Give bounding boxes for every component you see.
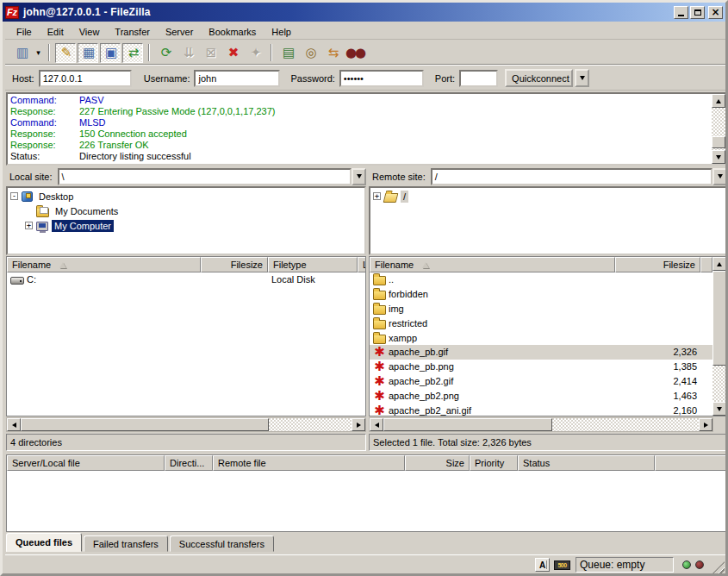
- file-size: 1,385: [615, 360, 700, 374]
- minimize-button[interactable]: [674, 6, 688, 19]
- tree-expander[interactable]: +: [373, 192, 381, 200]
- toggle-queue-button[interactable]: ⇄: [122, 43, 143, 63]
- compare-button[interactable]: ◎: [300, 43, 320, 63]
- remote-hscrollbar[interactable]: [369, 417, 713, 432]
- scroll-thumb[interactable]: [21, 418, 269, 431]
- file-row[interactable]: ..: [370, 272, 712, 287]
- scroll-left-button[interactable]: [7, 418, 21, 431]
- quickconnect-dropdown[interactable]: [575, 69, 589, 87]
- menu-item-view[interactable]: View: [72, 25, 108, 39]
- tree-expander[interactable]: -: [10, 192, 18, 200]
- toggle-remote-tree-button[interactable]: ▣: [100, 43, 121, 63]
- port-input[interactable]: [459, 70, 498, 87]
- tree-expander[interactable]: +: [25, 222, 33, 229]
- username-input[interactable]: [194, 70, 280, 87]
- refresh-button[interactable]: ⟳: [155, 43, 176, 63]
- sync-browsing-icon: ⇆: [328, 47, 338, 59]
- column-header-l[interactable]: L: [358, 257, 366, 272]
- site-manager-icon: ▥: [16, 47, 27, 59]
- scroll-down-button[interactable]: [712, 402, 726, 416]
- menu-item-edit[interactable]: Edit: [40, 25, 72, 39]
- local-hscrollbar[interactable]: [6, 417, 366, 432]
- tab-failed-transfers[interactable]: Failed transfers: [84, 535, 168, 552]
- transfer-type-icon[interactable]: A: [535, 558, 550, 572]
- local-site-dropdown[interactable]: [352, 168, 366, 185]
- chevron-down-icon: [357, 174, 362, 178]
- scroll-thumb[interactable]: [712, 136, 725, 148]
- column-header-filesize[interactable]: Filesize: [615, 257, 700, 272]
- column-header-priority[interactable]: Priority: [470, 455, 518, 471]
- scroll-down-button[interactable]: [712, 150, 725, 164]
- remote-vscrollbar[interactable]: [712, 257, 726, 416]
- column-header-remote-file[interactable]: Remote file: [213, 455, 405, 471]
- column-header-filename[interactable]: Filename: [7, 257, 201, 272]
- scroll-up-button[interactable]: [712, 94, 725, 108]
- menu-item-transfer[interactable]: Transfer: [107, 25, 158, 39]
- remote-site-dropdown[interactable]: [712, 168, 727, 185]
- file-row[interactable]: xampp: [370, 330, 712, 345]
- column-header-filesize[interactable]: Filesize: [201, 257, 268, 272]
- title-bar[interactable]: Fz john@127.0.0.1 - FileZilla ×: [3, 3, 725, 22]
- file-row[interactable]: apache_pb.png1,385: [370, 360, 712, 374]
- site-manager-dropdown[interactable]: ▾: [33, 43, 44, 63]
- file-row[interactable]: img: [370, 302, 712, 316]
- local-site-row: Local site: \: [6, 167, 366, 185]
- file-row[interactable]: restricted: [370, 316, 712, 330]
- host-input[interactable]: [39, 70, 132, 87]
- speed-limit-icon[interactable]: 500: [554, 560, 570, 570]
- column-header-status[interactable]: Status: [518, 455, 655, 471]
- menu-item-bookmarks[interactable]: Bookmarks: [201, 25, 264, 39]
- local-site-combobox[interactable]: \: [58, 168, 352, 185]
- tree-item[interactable]: My Documents: [8, 203, 364, 218]
- tree-item[interactable]: -Desktop: [8, 189, 364, 203]
- toggle-local-tree-button[interactable]: ▦: [78, 43, 98, 63]
- menu-item-server[interactable]: Server: [158, 25, 201, 39]
- tab-queued-files[interactable]: Queued files: [6, 533, 82, 552]
- scroll-thumb[interactable]: [712, 271, 726, 366]
- resize-grip[interactable]: [712, 561, 725, 574]
- connection-led-red-icon: [695, 560, 704, 569]
- file-row[interactable]: apache_pb2_ani.gif2,160: [370, 403, 712, 416]
- log-scrollbar[interactable]: [712, 94, 725, 164]
- tree-item-label: /: [401, 191, 408, 203]
- tree-item[interactable]: +/: [370, 189, 725, 203]
- column-header-size[interactable]: Size: [405, 455, 470, 471]
- column-header-directi-[interactable]: Directi...: [165, 455, 213, 471]
- column-header-label: L: [363, 260, 366, 270]
- scroll-left-button[interactable]: [370, 418, 383, 431]
- close-button[interactable]: ×: [708, 6, 723, 19]
- disconnect-button[interactable]: ✖: [222, 43, 243, 63]
- scroll-thumb[interactable]: [383, 418, 552, 431]
- password-input[interactable]: [339, 70, 424, 87]
- site-manager-button[interactable]: ▥: [11, 43, 32, 63]
- menu-item-help[interactable]: Help: [264, 25, 299, 39]
- local-file-list: FilenameFilesizeFiletypeL C:Local Disk: [6, 256, 366, 416]
- file-row[interactable]: C:Local Disk: [7, 272, 365, 287]
- scroll-right-button[interactable]: [699, 418, 712, 431]
- file-row[interactable]: apache_pb.gif2,326: [370, 345, 712, 360]
- scroll-right-button[interactable]: [352, 418, 365, 431]
- column-header-filetype[interactable]: Filetype: [268, 257, 358, 272]
- sync-browsing-button[interactable]: ⇆: [322, 43, 343, 63]
- scroll-up-button[interactable]: [712, 257, 726, 271]
- log-line-text: Directory listing successful: [79, 151, 191, 161]
- maximize-button[interactable]: [690, 6, 705, 19]
- remote-site-combobox[interactable]: /: [431, 168, 712, 185]
- toggle-log-button[interactable]: ✎: [55, 43, 76, 63]
- file-row[interactable]: apache_pb2.gif2,414: [370, 374, 712, 389]
- find-button[interactable]: ●●: [345, 43, 365, 63]
- file-type: Local Disk: [268, 272, 358, 287]
- file-size: [615, 330, 700, 345]
- tab-successful-transfers[interactable]: Successful transfers: [170, 535, 274, 552]
- quickconnect-button[interactable]: Quickconnect: [505, 69, 573, 87]
- file-row[interactable]: apache_pb2.png1,463: [370, 388, 712, 403]
- tree-item[interactable]: +My Computer: [8, 218, 364, 233]
- menu-item-file[interactable]: File: [9, 25, 40, 39]
- column-header-filename[interactable]: Filename: [370, 257, 615, 272]
- column-header-server-local-file[interactable]: Server/Local file: [7, 455, 165, 471]
- tab-label: Successful transfers: [179, 539, 264, 549]
- password-label: Password:: [290, 73, 334, 84]
- filter-button[interactable]: ▤: [277, 43, 298, 63]
- file-row[interactable]: forbidden: [370, 287, 712, 302]
- close-icon: ×: [711, 8, 719, 16]
